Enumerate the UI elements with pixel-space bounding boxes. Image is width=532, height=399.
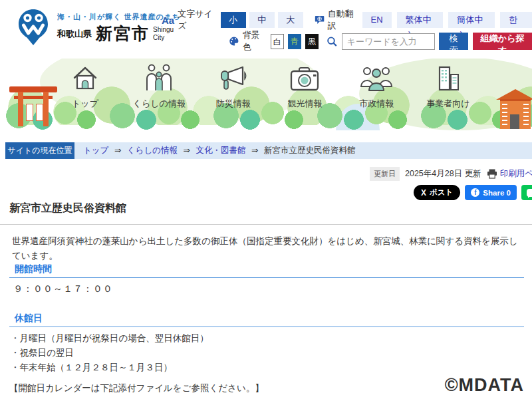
intro-paragraph: 世界遺産阿須賀神社の蓬莱山から出土した多数の御正体（国指定重要文化財）をはじめ、… [12, 234, 527, 264]
divider [9, 327, 524, 327]
breadcrumb: サイトの現在位置 トップ ⇒ くらしの情報 ⇒ 文化・図書館 ⇒ 新宮市立歴史民… [5, 142, 532, 159]
list-item: ・年末年始（１２月２８日～１月３日） [11, 360, 209, 375]
buildings-icon [435, 63, 462, 92]
facebook-share-button[interactable]: f Share 0 [465, 185, 517, 200]
background-color-label: 背景色 [243, 29, 265, 53]
translate-label: 自動翻訳 [328, 8, 357, 32]
search-icon [327, 35, 338, 48]
site-logo[interactable]: 海・山・川が輝く 世界遺産のまち 和歌山県 新宮市 Shingu City [16, 8, 180, 47]
nav-item-tourism-info[interactable]: 観光情報 [281, 63, 329, 110]
breadcrumb-separator: ⇒ [184, 146, 190, 155]
camera-icon [289, 63, 320, 92]
megaphone-icon [218, 63, 249, 92]
breadcrumb-link-culture[interactable]: 文化・図書館 [196, 146, 245, 155]
nav-label: くらしの情報 [133, 98, 186, 110]
lang-en-button[interactable]: EN [362, 12, 392, 28]
line-icon [527, 189, 532, 197]
page: 海・山・川が輝く 世界遺産のまち 和歌山県 新宮市 Shingu City Aa… [0, 0, 532, 399]
font-size-medium-button[interactable]: 中 [249, 12, 275, 28]
lang-ko-button[interactable]: 한국 [500, 12, 532, 28]
search-button[interactable]: 検索 [439, 33, 469, 50]
section-heading-hours: 開館時間 [15, 263, 52, 275]
nav-item-top[interactable]: トップ [61, 63, 109, 110]
breadcrumb-link-living[interactable]: くらしの情報 [127, 146, 178, 155]
family-icon [144, 63, 174, 92]
search-by-organization-button[interactable]: 組織から探す [473, 33, 532, 50]
lang-zh-hans-button[interactable]: 簡体中文 [448, 12, 495, 28]
divider [9, 277, 524, 278]
people-group-icon [360, 63, 393, 92]
global-navigation: トップ くらしの情報 [0, 59, 532, 130]
calendar-note: 【開館日カレンダーは下記添付ファイルをご参照ください。】 [9, 382, 264, 394]
breadcrumb-separator: ⇒ [114, 146, 121, 155]
breadcrumb-link-top[interactable]: トップ [83, 146, 108, 155]
page-title: 新宮市立歴史民俗資料館 [9, 201, 126, 215]
font-size-small-button[interactable]: 小 [221, 12, 246, 28]
nav-label: 市政情報 [359, 98, 394, 110]
bg-white-button[interactable]: 白 [271, 34, 284, 49]
nav-label: トップ [72, 98, 98, 110]
font-size-label: 文字サイズ [178, 8, 214, 32]
list-item: ・月曜日（月曜日が祝祭日の場合、翌日休館日） [11, 331, 209, 346]
nav-label: 観光情報 [287, 98, 322, 110]
list-item: ・祝祭日の翌日 [11, 346, 209, 360]
facebook-icon: f [471, 188, 479, 197]
social-share-row: X ポスト f Share 0 LINEで送る [414, 185, 532, 200]
home-icon [71, 63, 99, 92]
breadcrumb-label: サイトの現在位置 [5, 142, 74, 159]
x-post-button[interactable]: X ポスト [414, 185, 460, 200]
updated-label: 更新日 [370, 167, 400, 181]
torii-gate-illustration [9, 86, 57, 128]
header-controls-row1: Aa 文字サイズ 小 中 大 自動翻訳 EN 繁体中文 簡体中文 한국 [162, 8, 532, 32]
watermark: ©MDATA [445, 375, 524, 396]
closed-days-list: ・月曜日（月曜日が祝祭日の場合、翌日休館日） ・祝祭日の翌日 ・年末年始（１２月… [11, 331, 209, 375]
divider [0, 224, 532, 225]
font-size-icon: Aa [162, 15, 174, 26]
city-name: 新宮市 [96, 25, 150, 42]
background-color-icon [229, 35, 239, 47]
meta-row: 更新日 2025年4月28日 更新 印刷用ページを開く [370, 167, 532, 181]
x-icon: X [421, 188, 426, 198]
translate-icon [315, 15, 325, 25]
print-page-link[interactable]: 印刷用ページを開く [500, 168, 532, 180]
keyword-search-input[interactable] [342, 33, 435, 50]
nav-item-living-info[interactable]: くらしの情報 [133, 63, 186, 110]
printer-icon [487, 169, 497, 179]
nav-label: 事業者向け [426, 98, 469, 110]
updated-date: 2025年4月28日 更新 [405, 168, 481, 180]
nav-item-business[interactable]: 事業者向け [424, 63, 472, 110]
nav-label: 防災情報 [216, 98, 251, 110]
section-heading-closed-days: 休館日 [15, 313, 43, 325]
city-emblem-icon [16, 8, 51, 47]
line-share-button[interactable]: LINEで送る [521, 185, 532, 200]
opening-hours-value: ９：００～１７：００ [13, 283, 113, 295]
shrine-building-illustration [499, 89, 532, 129]
header-controls-row2: 背景色 白 青 黒 検索 組織から探す [229, 29, 532, 53]
nav-item-city-government[interactable]: 市政情報 [352, 63, 400, 110]
nav-item-disaster-info[interactable]: 防災情報 [209, 63, 257, 110]
lang-zh-hant-button[interactable]: 繁体中文 [397, 12, 444, 28]
prefecture-name: 和歌山県 [57, 28, 92, 42]
font-size-large-button[interactable]: 大 [278, 12, 303, 28]
breadcrumb-current: 新宮市立歴史民俗資料館 [264, 146, 356, 155]
bg-black-button[interactable]: 黒 [305, 34, 319, 49]
bg-blue-button[interactable]: 青 [288, 34, 301, 49]
breadcrumb-separator: ⇒ [251, 146, 258, 155]
